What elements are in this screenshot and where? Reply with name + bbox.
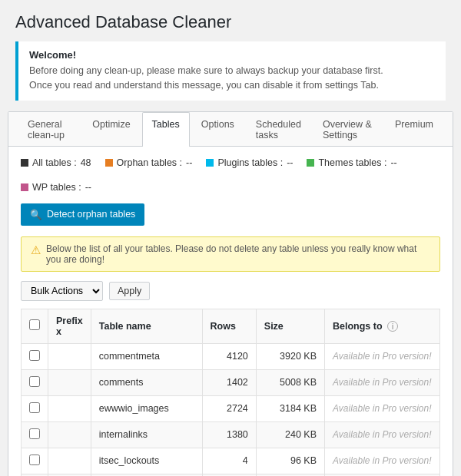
wp-dot (21, 183, 28, 191)
row-checkbox-cell (22, 369, 48, 395)
warning-text: Below the list of all your tables. Pleas… (46, 243, 430, 265)
all-tables-count: 48 (81, 157, 91, 168)
row-prefix (48, 448, 91, 474)
th-name: Table name (91, 309, 202, 343)
row-belongs: Available in Pro version! (325, 369, 440, 395)
table-row: internalinks 1380 240 KB Available in Pr… (22, 421, 440, 448)
row-checkbox[interactable] (29, 402, 40, 413)
table-row: comments 1402 5008 KB Available in Pro v… (22, 369, 440, 395)
th-rows: Rows (202, 309, 256, 343)
tab-content: All tables : 48 Orphan tables : -- Plugi… (8, 147, 453, 477)
row-checkbox-cell (22, 343, 48, 369)
row-belongs: Available in Pro version! (325, 448, 440, 474)
row-checkbox[interactable] (29, 455, 40, 465)
welcome-line2: Once you read and understand this messag… (29, 78, 435, 93)
select-all-checkbox[interactable] (29, 319, 40, 330)
welcome-box: Welcome! Before doing any clean-up, plea… (15, 41, 446, 101)
orphan-dot (105, 159, 113, 167)
row-name: commentmeta (91, 343, 202, 369)
warning-box: ⚠ Below the list of all your tables. Ple… (21, 236, 440, 272)
wp-label: WP tables : (32, 182, 81, 193)
tab-optimize[interactable]: Optimize (82, 112, 140, 147)
page-title: Advanced Database Cleaner (0, 0, 461, 41)
row-checkbox[interactable] (29, 350, 40, 361)
row-checkbox-cell (22, 395, 48, 421)
tab-tables[interactable]: Tables (142, 112, 190, 147)
stat-all-tables: All tables : 48 (21, 157, 91, 168)
tab-options[interactable]: Options (191, 112, 244, 147)
themes-label: Themes tables : (318, 157, 386, 168)
welcome-line1: Before doing any clean-up, please make s… (29, 64, 435, 78)
row-size: 96 KB (256, 448, 324, 474)
all-tables-label: All tables : (32, 157, 77, 168)
tab-overview[interactable]: Overview & Settings (313, 112, 383, 147)
stat-plugins: Plugins tables : -- (206, 157, 293, 168)
bulk-row: Bulk Actions Apply (21, 281, 440, 301)
plugins-dot (206, 159, 214, 167)
stat-orphan: Orphan tables : -- (105, 157, 193, 168)
stat-themes: Themes tables : -- (307, 157, 396, 168)
bulk-actions-select[interactable]: Bulk Actions (21, 281, 103, 301)
row-name: comments (91, 369, 202, 395)
row-rows: 1402 (202, 369, 256, 395)
row-size: 240 KB (256, 421, 324, 448)
row-size: 3184 KB (256, 395, 324, 421)
row-checkbox-cell (22, 421, 48, 448)
row-checkbox-cell (22, 448, 48, 474)
table-row: commentmeta 4120 3920 KB Available in Pr… (22, 343, 440, 369)
row-rows: 2724 (202, 395, 256, 421)
tab-premium[interactable]: Premium (385, 112, 443, 147)
row-belongs: Available in Pro version! (325, 395, 440, 421)
th-size: Size (256, 309, 324, 343)
row-name: internalinks (91, 421, 202, 448)
belongs-info-icon[interactable]: i (387, 321, 398, 332)
row-size: 3920 KB (256, 343, 324, 369)
row-prefix (48, 369, 91, 395)
row-size: 5008 KB (256, 369, 324, 395)
tables-table: Prefixx Table name Rows Size Belongs to … (21, 309, 440, 477)
main-content: General clean-up Optimize Tables Options… (8, 111, 453, 477)
themes-count: -- (390, 157, 396, 168)
row-name: itsec_lockouts (91, 448, 202, 474)
row-prefix (48, 421, 91, 448)
page-wrapper: Advanced Database Cleaner Welcome! Befor… (0, 0, 461, 476)
row-prefix (48, 343, 91, 369)
table-header-row: Prefixx Table name Rows Size Belongs to … (22, 309, 440, 343)
wp-count: -- (85, 182, 91, 193)
plugins-label: Plugins tables : (217, 157, 283, 168)
row-prefix (48, 395, 91, 421)
tab-general[interactable]: General clean-up (18, 112, 81, 147)
search-icon: 🔍 (30, 209, 42, 220)
table-row: itsec_lockouts 4 96 KB Available in Pro … (22, 448, 440, 474)
themes-dot (307, 159, 314, 167)
stats-row: All tables : 48 Orphan tables : -- Plugi… (21, 157, 440, 193)
row-rows: 1380 (202, 421, 256, 448)
all-tables-dot (21, 159, 28, 167)
row-name: ewwwio_images (91, 395, 202, 421)
welcome-title: Welcome! (29, 49, 435, 61)
row-rows: 4 (202, 448, 256, 474)
plugins-count: -- (287, 157, 293, 168)
row-belongs: Available in Pro version! (325, 421, 440, 448)
table-row: ewwwio_images 2724 3184 KB Available in … (22, 395, 440, 421)
row-checkbox[interactable] (29, 428, 40, 439)
detect-orphan-button[interactable]: 🔍 Detect orphan tables (21, 203, 144, 226)
th-prefix: Prefixx (48, 309, 91, 343)
apply-button[interactable]: Apply (109, 282, 150, 300)
warning-icon: ⚠ (31, 243, 41, 257)
th-checkbox (22, 309, 48, 343)
orphan-label: Orphan tables : (117, 157, 182, 168)
tabs-bar: General clean-up Optimize Tables Options… (8, 112, 453, 147)
orphan-count: -- (186, 157, 192, 168)
detect-btn-label: Detect orphan tables (47, 209, 135, 220)
tab-scheduled[interactable]: Scheduled tasks (246, 112, 311, 147)
stat-wp: WP tables : -- (21, 182, 91, 193)
th-belongs: Belongs to i (325, 309, 440, 343)
row-rows: 4120 (202, 343, 256, 369)
row-belongs: Available in Pro version! (325, 343, 440, 369)
row-checkbox[interactable] (29, 376, 40, 387)
